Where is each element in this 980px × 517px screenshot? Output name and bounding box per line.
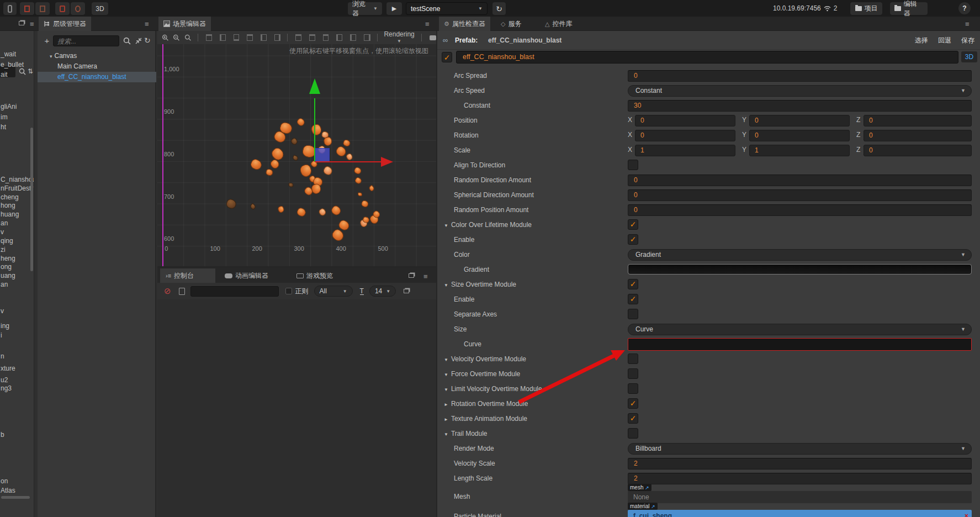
vector-z-input[interactable]: 0 — [864, 115, 972, 126]
node-3d-badge[interactable]: 3D — [961, 51, 977, 62]
select-dropdown[interactable]: Gradient▼ — [628, 249, 972, 261]
align-h-center-icon[interactable] — [247, 34, 253, 41]
property-checkbox[interactable]: ✓ — [628, 398, 638, 409]
select-dropdown[interactable]: Billboard▼ — [628, 443, 972, 455]
hierarchy-node-canvas[interactable]: ▾Canvas — [38, 51, 156, 61]
vector-x-input[interactable]: 0 — [635, 115, 735, 126]
property-checkbox[interactable]: ✓ — [628, 294, 638, 304]
number-input[interactable]: 30 — [628, 100, 972, 112]
align-left-icon[interactable] — [220, 34, 226, 41]
tab-console[interactable]: ›≡ 控制台 — [160, 268, 215, 283]
distribute-v-center-icon[interactable] — [309, 34, 315, 41]
asset-item[interactable]: ait — [1, 71, 8, 78]
collapse-arrow-icon[interactable]: ▼ — [444, 432, 448, 437]
number-input[interactable]: 2 — [628, 473, 972, 484]
select-dropdown[interactable]: Curve▼ — [628, 324, 972, 335]
camera-icon[interactable] — [430, 35, 436, 40]
number-input[interactable]: 0 — [628, 175, 972, 186]
asset-item[interactable]: huang — [1, 210, 19, 218]
collapse-all-icon[interactable] — [135, 37, 142, 45]
particle-emitter-node[interactable] — [315, 148, 330, 162]
zoom-in-icon[interactable] — [162, 34, 168, 41]
vector-x-input[interactable]: 1 — [635, 145, 735, 156]
property-checkbox[interactable] — [628, 383, 638, 394]
asset-item[interactable]: i — [1, 331, 2, 339]
hierarchy-menu-icon[interactable]: ≡ — [145, 20, 149, 28]
tab-service[interactable]: ◇ 服务 — [496, 17, 526, 31]
number-input[interactable]: 0 — [628, 204, 972, 216]
distribute-h-center-icon[interactable] — [350, 34, 356, 41]
gizmo-x-arrow-icon[interactable] — [381, 157, 393, 167]
hierarchy-search-input[interactable]: 搜索... — [53, 35, 119, 46]
vector-y-input[interactable]: 1 — [749, 145, 850, 156]
zoom-out-icon[interactable] — [173, 34, 179, 41]
play-button[interactable]: ▶ — [386, 2, 402, 15]
asset-item[interactable]: b — [1, 431, 4, 439]
expand-arrow-icon[interactable]: ► — [444, 402, 448, 407]
asset-item[interactable]: Atlas — [1, 487, 15, 494]
tab-scene[interactable]: 场景编辑器 — [158, 17, 211, 31]
font-size-dropdown[interactable]: 14▼ — [369, 286, 396, 297]
node-active-checkbox[interactable]: ✓ — [442, 52, 452, 62]
asset-item[interactable]: ng3 — [1, 384, 12, 392]
gizmo-y-axis[interactable] — [314, 98, 315, 162]
asset-item[interactable]: v — [1, 307, 4, 315]
console-output-area[interactable] — [157, 299, 436, 517]
vector-y-input[interactable]: 0 — [749, 130, 850, 141]
distribute-left-icon[interactable] — [336, 34, 342, 41]
tool-anchor-button[interactable] — [55, 2, 70, 15]
asset-item[interactable]: hong — [1, 202, 15, 209]
asset-item[interactable]: C_nianshou — [1, 176, 34, 183]
property-checkbox[interactable]: ✓ — [628, 279, 638, 289]
tool-gizmo-button[interactable] — [71, 2, 85, 15]
search-icon[interactable] — [19, 68, 26, 75]
asset-item[interactable]: ing — [1, 322, 9, 330]
prefab-select-button[interactable]: 选择 — [915, 36, 928, 45]
tool-move-button[interactable] — [20, 2, 34, 15]
help-button[interactable]: ? — [958, 2, 971, 14]
clear-console-icon[interactable]: ⊘ — [164, 286, 171, 296]
console-filter-input[interactable] — [190, 286, 279, 297]
asset-item[interactable]: zi — [1, 246, 6, 254]
create-node-button[interactable]: + — [42, 35, 52, 46]
asset-reference-field[interactable]: f_cui_sheng× — [628, 510, 972, 517]
hierarchy-node-main-camera[interactable]: Main Camera — [38, 61, 156, 72]
align-bottom-icon[interactable] — [234, 34, 240, 41]
asset-item[interactable]: im — [1, 113, 8, 121]
external-link-icon[interactable]: ↗ — [645, 485, 649, 490]
external-link-icon[interactable]: ↗ — [651, 504, 655, 509]
asset-item[interactable]: n — [1, 352, 4, 360]
property-checkbox[interactable]: ✓ — [628, 234, 638, 245]
collapse-arrow-icon[interactable]: ▼ — [444, 357, 448, 362]
curve-editor-field[interactable] — [628, 338, 972, 351]
asset-item[interactable]: u2 — [1, 376, 8, 384]
asset-item[interactable]: cheng — [1, 193, 19, 201]
asset-item[interactable]: uang — [1, 272, 15, 279]
console-menu-icon[interactable]: ≡ — [423, 272, 428, 281]
tab-animation-editor[interactable]: 动画编辑器 — [219, 268, 274, 283]
asset-item[interactable]: v — [1, 228, 4, 236]
dock-menu-icon[interactable]: ≡ — [30, 20, 34, 28]
number-input[interactable]: 0 — [628, 189, 972, 201]
hierarchy-node-eff-cc-nianshou-blast[interactable]: eff_CC_nianshou_blast — [38, 72, 156, 82]
node-name-input[interactable]: eff_CC_nianshou_blast — [456, 51, 958, 64]
asset-item[interactable]: heng — [1, 255, 15, 262]
vector-x-input[interactable]: 0 — [635, 130, 735, 141]
property-checkbox[interactable] — [628, 309, 638, 319]
property-checkbox[interactable]: ✓ — [628, 219, 638, 230]
expand-arrow-icon[interactable]: ► — [444, 417, 448, 422]
asset-item[interactable]: ht — [1, 123, 6, 131]
remove-asset-icon[interactable]: × — [965, 510, 968, 517]
rendering-dropdown[interactable]: Rendering▼ — [384, 31, 414, 44]
asset-item[interactable]: an — [1, 281, 8, 288]
assets-horizontal-scrollbar[interactable] — [1, 496, 30, 499]
open-editor-button[interactable]: 编辑器 — [890, 2, 928, 15]
property-checkbox[interactable] — [628, 160, 638, 170]
console-expand-icon[interactable] — [404, 289, 409, 293]
log-level-dropdown[interactable]: All▼ — [314, 286, 353, 297]
open-project-button[interactable]: 项目 — [850, 2, 882, 15]
distribute-right-icon[interactable] — [364, 34, 370, 41]
zoom-reset-icon[interactable] — [184, 34, 191, 41]
scene-grid[interactable] — [157, 44, 436, 266]
align-v-center-icon[interactable] — [261, 34, 267, 41]
